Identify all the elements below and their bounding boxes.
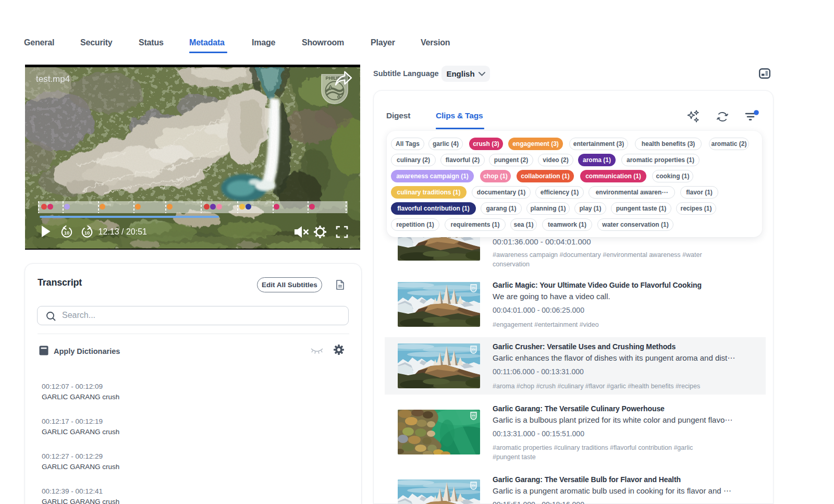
svg-text:12:13 / 20:51: 12:13 / 20:51 (99, 227, 148, 236)
svg-text:10: 10 (84, 230, 90, 236)
svg-text:10: 10 (64, 230, 70, 236)
